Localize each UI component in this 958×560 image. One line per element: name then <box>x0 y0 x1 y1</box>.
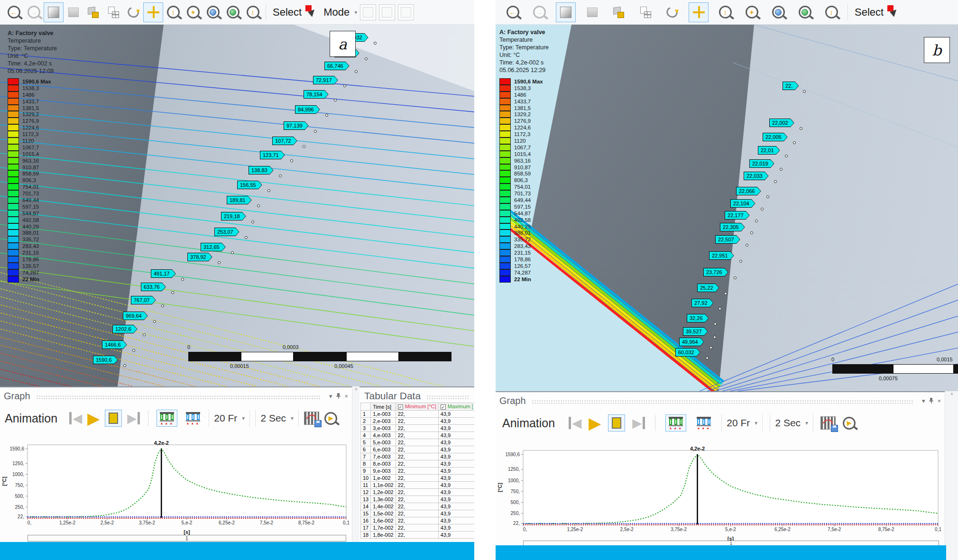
checkbox-checked-icon[interactable]: ✓ <box>441 404 446 410</box>
shaded-cube-icon[interactable] <box>582 2 602 22</box>
temperature-probe-label[interactable]: 39,527 <box>683 327 708 336</box>
dropdown-icon[interactable]: ▾ <box>329 393 332 399</box>
shaded-cube-icon[interactable] <box>64 2 83 22</box>
temperature-probe-label[interactable]: 312,65 <box>201 243 226 251</box>
temperature-probe-label[interactable]: 22,002 <box>769 119 794 127</box>
table-row[interactable]: 151,5e-00222,43,9 <box>361 510 475 517</box>
magnifier-play-button[interactable]: ▶ <box>843 417 856 430</box>
play-button[interactable]: ▶ <box>589 415 601 431</box>
pan-icon[interactable] <box>689 2 709 22</box>
temperature-probe-label[interactable]: 72,917 <box>313 76 338 84</box>
temperature-probe-label[interactable]: 1590,6 <box>93 356 118 364</box>
temperature-probe-label[interactable]: 156,55 <box>237 181 262 189</box>
export-video-button[interactable] <box>304 412 319 425</box>
dropdown-icon[interactable]: ▾ <box>922 398 925 404</box>
temperature-probe-label[interactable]: 1202,6 <box>112 325 138 333</box>
zoom-drag-icon[interactable]: ↕ <box>163 2 183 22</box>
temperature-probe-label[interactable]: 633,76 <box>141 283 166 291</box>
step-back-button[interactable]: ◀ <box>569 417 581 429</box>
table-row[interactable]: 77,e-00322,43,9 <box>361 453 475 460</box>
table-row[interactable]: 131,3e-00222,43,9 <box>361 496 475 503</box>
temperature-probe-label[interactable]: 189,81 <box>227 196 252 204</box>
zoom-drag-icon[interactable]: ↕ <box>715 2 735 22</box>
play-button[interactable]: ▶ <box>87 410 100 426</box>
viewport-a[interactable]: A: Factory valve Temperature Type: Tempe… <box>0 25 474 386</box>
stop-button[interactable] <box>608 414 625 431</box>
temperature-probe-label[interactable]: 378,92 <box>187 253 212 261</box>
step-back-button[interactable]: ◀ <box>69 412 82 424</box>
table-row[interactable]: 22,e-00322,43,9 <box>361 418 475 425</box>
close-icon[interactable]: × <box>344 393 348 399</box>
export-video-button[interactable] <box>820 416 836 430</box>
panel-splitter[interactable]: » <box>352 386 359 560</box>
table-row[interactable]: 44,e-00322,43,9 <box>361 432 475 439</box>
copy-window-icon[interactable] <box>379 4 395 20</box>
panel-splitter-b[interactable]: » <box>945 391 958 560</box>
temperature-probe-label[interactable]: 32,26 <box>687 314 709 322</box>
temperature-probe-label[interactable]: 66,746 <box>324 62 350 70</box>
pin-icon[interactable] <box>336 393 341 400</box>
table-row[interactable]: 99,e-00322,43,9 <box>361 468 475 475</box>
temperature-probe-label[interactable]: 219,18 <box>221 212 246 220</box>
zoom-next-icon[interactable]: → <box>529 2 549 22</box>
close-icon[interactable]: × <box>937 398 941 404</box>
temperature-probe-label[interactable]: 138,83 <box>249 166 274 174</box>
timeline-chart-button[interactable]: ▲▲▲ <box>183 410 203 427</box>
table-row[interactable]: 66,e-00322,43,9 <box>361 446 475 453</box>
zoom-selection-globe-icon[interactable] <box>795 2 815 22</box>
step-forward-button[interactable]: ▶ <box>127 412 140 424</box>
temperature-probe-label[interactable]: 22,005 <box>763 133 788 141</box>
temperature-probe-label[interactable]: 25,22 <box>697 284 719 292</box>
temperature-probe-label[interactable]: 22,951 <box>709 251 734 260</box>
table-row[interactable]: 101,e-00222,43,9 <box>361 475 475 482</box>
temperature-probe-label[interactable]: 22,033 <box>744 172 769 180</box>
zoom-extents-icon[interactable]: ↕ <box>243 2 263 22</box>
temperature-probe-label[interactable]: 22,305 <box>720 223 745 231</box>
checkbox-checked-icon[interactable]: ✓ <box>398 404 403 410</box>
temperature-probe-label[interactable]: 49,964 <box>679 338 704 346</box>
pin-icon[interactable] <box>929 397 933 404</box>
temperature-probe-label[interactable]: 22,507 <box>715 235 740 244</box>
viewport-layout-icon[interactable] <box>636 2 655 22</box>
view-manager-icon[interactable] <box>609 2 629 22</box>
view-manager-icon[interactable] <box>83 2 103 22</box>
zoom-extents-icon[interactable]: ↕ <box>821 2 841 22</box>
frames-dropdown[interactable]: 20 Fr▾ <box>209 410 250 427</box>
step-forward-button[interactable]: ▶ <box>632 417 645 429</box>
isometric-view-icon[interactable] <box>556 2 576 22</box>
table-row[interactable]: 55,e-00322,43,9 <box>361 439 475 446</box>
frames-dropdown[interactable]: 20 Fr▾ <box>721 414 763 431</box>
table-row[interactable]: 141,4e-00222,43,9 <box>361 503 475 510</box>
temperature-probe-label[interactable]: 60,032 <box>675 348 700 357</box>
temperature-probe-label[interactable]: 22,177 <box>725 211 750 220</box>
time-slider-a[interactable]: 1 <box>28 535 346 542</box>
label-window-icon[interactable] <box>360 4 376 20</box>
table-row[interactable]: 111,1e-00222,43,9 <box>361 482 475 489</box>
isometric-view-icon[interactable] <box>44 2 64 22</box>
seconds-dropdown[interactable]: 2 Sec▾ <box>770 414 813 431</box>
temperature-probe-label[interactable]: 97,139 <box>284 121 309 130</box>
select-cursor-icon[interactable] <box>887 5 902 19</box>
viewport-layout-icon[interactable] <box>103 2 123 22</box>
temperature-probe-label[interactable]: 22,066 <box>736 187 761 195</box>
rotate-icon[interactable] <box>662 2 682 22</box>
temperature-probe-label[interactable]: 23,726 <box>703 268 728 276</box>
timeline-chart-button[interactable]: ▲▲▲ <box>693 414 714 431</box>
zoom-fit-globe-icon[interactable] <box>768 2 788 22</box>
table-row[interactable]: 181,8e-00222,43,9 <box>361 532 475 539</box>
temperature-probe-label[interactable]: 22,01 <box>758 146 780 155</box>
zoom-previous-icon[interactable]: ← <box>503 2 523 22</box>
temperature-probe-label[interactable]: 84,996 <box>295 105 320 114</box>
temperature-probe-label[interactable]: 767,07 <box>131 296 156 304</box>
table-row[interactable]: 33,e-00322,43,9 <box>361 425 475 432</box>
table-row[interactable]: 88,e-00322,43,9 <box>361 460 475 468</box>
temperature-probe-label[interactable]: 969,64 <box>123 312 148 320</box>
result-chart-button[interactable]: ▲▲▲ <box>665 414 686 431</box>
zoom-in-icon[interactable]: + <box>742 2 762 22</box>
zoom-in-icon[interactable]: + <box>183 2 203 22</box>
paste-window-icon[interactable] <box>398 4 414 20</box>
temperature-probe-label[interactable]: 27,92 <box>691 299 714 307</box>
magnifier-play-button[interactable]: ▶ <box>324 412 337 425</box>
temperature-probe-label[interactable]: 1466,6 <box>102 340 127 349</box>
table-row[interactable]: 171,7e-00222,43,9 <box>361 524 475 532</box>
